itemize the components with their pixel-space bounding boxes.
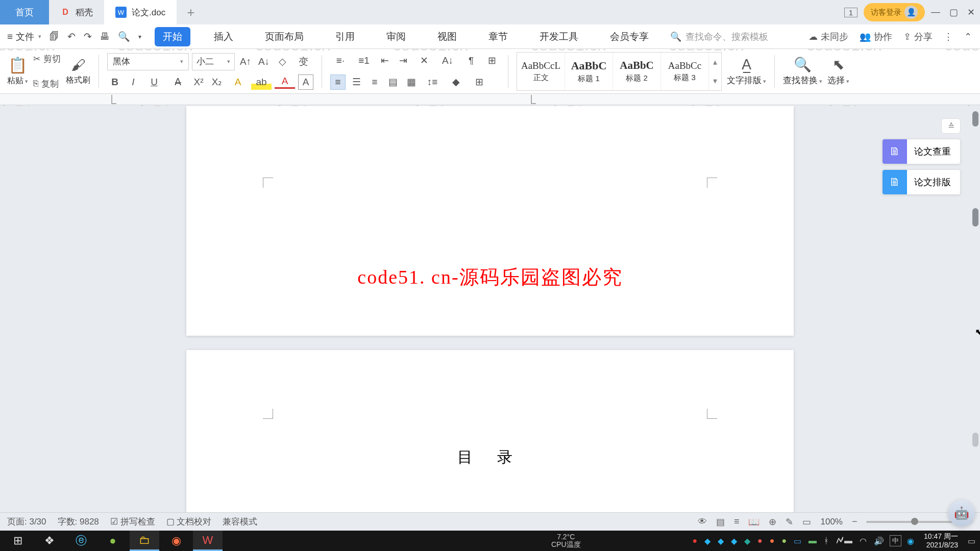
menu-layout[interactable]: 页面布局: [257, 27, 312, 46]
zoom-level[interactable]: 100%: [820, 517, 842, 527]
align-justify-button[interactable]: ▤: [385, 74, 401, 90]
sync-status[interactable]: ☁未同步: [808, 31, 848, 43]
decrease-indent-button[interactable]: ⇤: [377, 53, 393, 68]
tray-icon[interactable]: ●: [780, 536, 788, 545]
cpu-widget[interactable]: 7.2°C CPU温度: [551, 533, 581, 549]
ruler-left-margin[interactable]: [111, 95, 116, 104]
proof-button[interactable]: ▢ 文档校对: [166, 516, 212, 528]
app-menu-icon[interactable]: ≡: [7, 31, 13, 42]
select-button[interactable]: ⬉ 选择: [827, 56, 849, 86]
highlight-button[interactable]: ab: [251, 74, 272, 90]
print-icon[interactable]: 🖶: [100, 31, 110, 42]
share-button[interactable]: ⇪分享: [903, 31, 933, 43]
number-list-button[interactable]: ≡1: [354, 53, 374, 68]
web-layout-icon[interactable]: ⊕: [769, 516, 776, 528]
font-family-select[interactable]: 黑体▾: [107, 53, 189, 70]
toc-title[interactable]: 目 录: [186, 447, 794, 468]
fit-width-icon[interactable]: ▭: [802, 516, 811, 528]
outline-view-icon[interactable]: ≡: [734, 516, 740, 527]
document-heading[interactable]: code51. cn-源码乐园盗图必究: [186, 264, 794, 290]
print-preview-icon[interactable]: 🔍: [118, 31, 130, 42]
more-icon[interactable]: ⋮: [944, 31, 953, 42]
ime-indicator[interactable]: 中: [890, 535, 901, 546]
italic-button[interactable]: I: [126, 74, 141, 90]
page-indicator[interactable]: 页面: 3/30: [7, 516, 46, 528]
paste-button[interactable]: 📋 粘贴: [7, 56, 28, 86]
font-color-button[interactable]: A: [275, 75, 295, 89]
bullet-list-button[interactable]: ≡·: [330, 53, 351, 68]
save-icon[interactable]: 🗐: [50, 31, 59, 42]
word-count[interactable]: 字数: 9828: [58, 516, 99, 528]
paper-layout-button[interactable]: 🗎 论文排版: [882, 169, 961, 195]
menu-insert[interactable]: 插入: [206, 27, 241, 46]
focus-mode-icon[interactable]: 👁: [698, 516, 707, 527]
tray-icon[interactable]: ▭: [792, 536, 803, 546]
command-search[interactable]: 🔍 查找命令、搜索模板: [670, 31, 768, 43]
task-app-2[interactable]: ◉: [161, 531, 191, 551]
increase-indent-button[interactable]: ⇥: [396, 53, 411, 68]
wifi-icon[interactable]: ◠: [858, 536, 868, 546]
scroll-thumb[interactable]: [972, 111, 978, 127]
find-replace-button[interactable]: 🔍 查找替换: [783, 56, 822, 86]
menu-start[interactable]: 开始: [155, 27, 190, 46]
style-heading2[interactable]: AaBbC 标题 2: [613, 53, 661, 90]
task-app-1[interactable]: ❖: [35, 531, 64, 551]
add-tab-button[interactable]: +: [177, 5, 205, 20]
notification-center-icon[interactable]: ▭: [966, 536, 977, 546]
task-ie[interactable]: ⓔ: [66, 531, 96, 551]
tray-icon[interactable]: ◉: [905, 536, 916, 546]
menu-reference[interactable]: 引用: [327, 27, 363, 46]
align-right-button[interactable]: ≡: [367, 74, 382, 90]
underline-button[interactable]: U: [144, 74, 164, 90]
paper-check-button[interactable]: 🗎 论文查重: [882, 139, 961, 164]
copy-button[interactable]: ⎘复制: [33, 78, 61, 90]
style-normal[interactable]: AaBbCcL 正文: [517, 53, 565, 90]
tab-daoke[interactable]: D 稻壳: [49, 0, 104, 24]
annotate-icon[interactable]: ✎: [786, 516, 793, 528]
menu-chapter[interactable]: 章节: [480, 27, 516, 46]
subscript-button[interactable]: X₂: [209, 74, 225, 90]
ruler[interactable]: [0, 94, 980, 105]
ruler-right-margin[interactable]: [531, 95, 536, 104]
text-layout-button[interactable]: A̲ 文字排版: [727, 56, 766, 86]
phonetic-guide-icon[interactable]: 变: [293, 54, 313, 69]
tray-icon[interactable]: ◆: [703, 536, 712, 546]
spell-check-button[interactable]: ☑ 拼写检查: [110, 516, 155, 528]
styles-gallery[interactable]: AaBbCcL 正文 AaBbC 标题 1 AaBbC 标题 2 AaBbCc …: [517, 52, 722, 91]
battery-icon[interactable]: 🗲▬: [835, 536, 854, 545]
bold-button[interactable]: B: [107, 74, 122, 90]
style-heading1[interactable]: AaBbC 标题 1: [565, 53, 613, 90]
format-brush-button[interactable]: 🖌 格式刷: [66, 57, 90, 86]
sort-button[interactable]: A↓: [437, 53, 458, 68]
window-count[interactable]: 1: [844, 8, 857, 17]
char-border-button[interactable]: A: [298, 74, 313, 90]
asian-layout-button[interactable]: ✕: [414, 53, 434, 68]
reading-view-icon[interactable]: 📖: [748, 516, 760, 528]
collab-button[interactable]: 👥协作: [860, 31, 892, 43]
align-center-button[interactable]: ☰: [349, 74, 364, 90]
qat-more-icon[interactable]: ▾: [138, 33, 141, 40]
style-heading3[interactable]: AaBbCc 标题 3: [661, 53, 709, 90]
system-clock[interactable]: 10:47 周一 2021/8/23: [920, 532, 962, 549]
tray-icon[interactable]: ◆: [729, 536, 739, 546]
bluetooth-icon[interactable]: ᚼ: [822, 536, 830, 545]
menu-dev[interactable]: 开发工具: [531, 27, 586, 46]
shrink-font-icon[interactable]: A↓: [256, 54, 272, 69]
tray-icon[interactable]: ▬: [807, 536, 818, 545]
tab-document[interactable]: W 论文.doc: [104, 0, 177, 24]
task-explorer[interactable]: 🗀: [130, 531, 159, 551]
redo-icon[interactable]: ↷: [84, 31, 92, 42]
zoom-out-button[interactable]: −: [852, 516, 857, 527]
minimize-button[interactable]: —: [931, 7, 940, 18]
close-button[interactable]: ✕: [967, 7, 975, 18]
shading-button[interactable]: ◆: [446, 74, 466, 90]
maximize-button[interactable]: ▢: [949, 7, 958, 18]
align-left-button[interactable]: ≡: [330, 74, 346, 90]
tray-icon[interactable]: ◆: [743, 536, 752, 546]
side-panel-toggle[interactable]: ≙: [941, 118, 961, 134]
text-effects-button[interactable]: A: [228, 74, 248, 90]
task-wps[interactable]: W: [193, 531, 223, 551]
tab-home[interactable]: 首页: [0, 0, 49, 24]
menu-vip[interactable]: 会员专享: [602, 27, 657, 46]
assistant-bubble[interactable]: 🤖: [948, 500, 975, 527]
